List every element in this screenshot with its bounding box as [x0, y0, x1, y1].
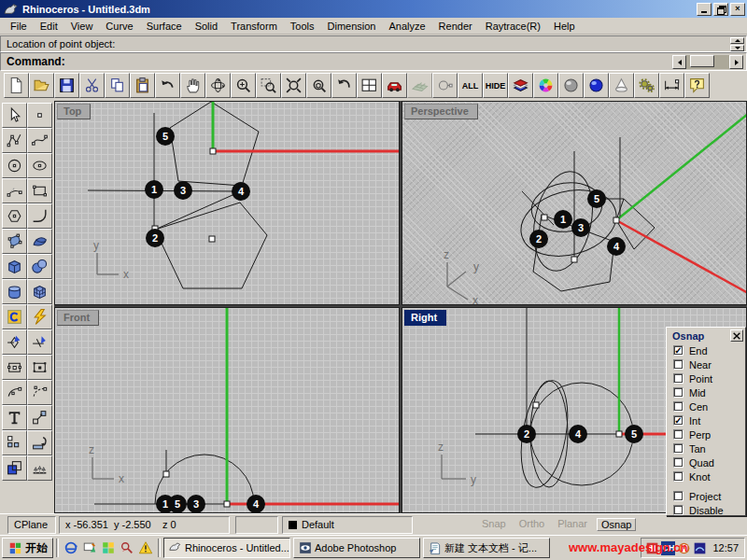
layers-button[interactable]: [2, 455, 27, 481]
viewport-canvas-front[interactable]: zx1534: [55, 308, 400, 513]
scroll-right-icon[interactable]: [729, 55, 743, 69]
task-button-rhino[interactable]: Rhinoceros - Untitled...: [163, 538, 290, 558]
shade-button[interactable]: [407, 73, 432, 98]
cplane-button[interactable]: CPlane: [7, 516, 56, 534]
checkbox-unchecked[interactable]: [673, 429, 684, 440]
scroll-left-icon[interactable]: [672, 55, 686, 69]
undo-view-button[interactable]: [331, 73, 357, 98]
zoom-window-button[interactable]: [256, 73, 281, 98]
rebuild-curve-button[interactable]: [2, 380, 27, 405]
viewport-label-right[interactable]: Right: [404, 310, 446, 326]
annotate-c-button[interactable]: [2, 304, 27, 329]
titlebar[interactable]: Rhinoceros - Untitled.3dm ×: [0, 0, 747, 18]
rotate-view-button[interactable]: [205, 73, 231, 98]
osnap-option-cen[interactable]: Cen: [667, 399, 745, 413]
numbered-points[interactable]: 51342: [145, 127, 250, 247]
scroll-up-icon[interactable]: [730, 37, 744, 44]
copy-button[interactable]: [105, 73, 130, 98]
start-button[interactable]: 开始: [2, 538, 53, 558]
fillet-corner-button[interactable]: [27, 203, 52, 229]
task-button-notepad[interactable]: 新建 文本文档 - 记...: [423, 538, 550, 558]
osnap-option-near[interactable]: Near: [667, 357, 745, 371]
osnap-option-quad[interactable]: Quad: [667, 455, 745, 469]
cut-button[interactable]: [79, 73, 105, 98]
menu-item-curve[interactable]: Curve: [99, 20, 139, 33]
help-button[interactable]: [684, 73, 710, 98]
polygon-button[interactable]: [2, 203, 27, 229]
layer-indicator[interactable]: Default: [282, 516, 413, 534]
gears-button[interactable]: [634, 73, 659, 98]
split-button[interactable]: [27, 329, 52, 355]
text-button[interactable]: [2, 405, 27, 430]
toggle-ortho[interactable]: Ortho: [515, 518, 549, 531]
menu-item-solid[interactable]: Solid: [189, 20, 224, 33]
point-button[interactable]: [27, 103, 52, 128]
checkbox-checked[interactable]: ✓: [673, 345, 684, 356]
rotate-button[interactable]: [27, 430, 52, 455]
save-file-button[interactable]: [54, 73, 79, 98]
gray-sphere-button[interactable]: [558, 73, 584, 98]
zoom-target-button[interactable]: [306, 73, 331, 98]
scroll-down-icon[interactable]: [730, 45, 744, 51]
osnap-option-knot[interactable]: Knot: [667, 469, 745, 483]
zoom-extents-button[interactable]: [281, 73, 306, 98]
osnap-option-tan[interactable]: Tan: [667, 441, 745, 455]
patch-surface-button[interactable]: [27, 229, 52, 254]
checkbox-unchecked[interactable]: [673, 457, 684, 468]
viewport-label-front[interactable]: Front: [57, 310, 99, 326]
viewport-front[interactable]: zx1534Front: [54, 307, 400, 513]
menu-item-transform[interactable]: Transform: [224, 20, 284, 33]
osnap-option-perp[interactable]: Perp: [667, 427, 745, 441]
menu-item-help[interactable]: Help: [547, 20, 582, 33]
command-scrollbar[interactable]: [672, 55, 743, 69]
render-car-button[interactable]: [382, 73, 407, 98]
menu-item-view[interactable]: View: [64, 20, 100, 33]
ie-icon[interactable]: [62, 539, 80, 557]
arc-button[interactable]: [2, 178, 27, 203]
program-grid-icon[interactable]: [99, 539, 118, 557]
ellipse-button[interactable]: [27, 153, 52, 178]
checkbox-unchecked[interactable]: [673, 401, 684, 412]
hide-button[interactable]: HIDE: [483, 73, 508, 98]
select-arrow-button[interactable]: [2, 103, 27, 128]
menu-item-file[interactable]: File: [4, 20, 34, 33]
osnap-option-int[interactable]: ✓Int: [667, 413, 745, 427]
move-button[interactable]: [27, 405, 52, 430]
toggle-planar[interactable]: Planar: [554, 518, 591, 531]
toggle-osnap[interactable]: Osnap: [597, 518, 636, 531]
refit-curve-button[interactable]: [27, 380, 52, 405]
mesh-box-button[interactable]: [27, 279, 52, 304]
restore-button[interactable]: [713, 3, 728, 16]
viewport-label-top[interactable]: Top: [57, 104, 91, 119]
task-button-photoshop[interactable]: Adobe Photoshop: [293, 538, 420, 558]
trim-button[interactable]: [2, 329, 27, 355]
viewport-canvas-perspective[interactable]: zyx51324: [402, 102, 747, 305]
close-button[interactable]: ×: [730, 3, 745, 16]
menu-item-analyze[interactable]: Analyze: [382, 20, 431, 33]
minimize-button[interactable]: [697, 3, 712, 16]
menu-item-tools[interactable]: Tools: [284, 20, 321, 33]
command-input[interactable]: Command:: [0, 52, 747, 71]
scrollbar-thumb[interactable]: [690, 55, 714, 67]
viewport-label-perspective[interactable]: Perspective: [404, 104, 478, 119]
render-preview-button[interactable]: [432, 73, 458, 98]
checkbox-unchecked[interactable]: [673, 387, 684, 398]
cone-button[interactable]: [609, 73, 634, 98]
show-all-button[interactable]: ALL: [458, 73, 483, 98]
osnap-option-point[interactable]: Point: [667, 371, 745, 385]
show-desktop-icon[interactable]: [80, 539, 99, 557]
zoom-dynamic-button[interactable]: [231, 73, 256, 98]
viewport-top[interactable]: yx51342Top: [54, 101, 400, 305]
find-icon[interactable]: [118, 539, 136, 557]
checkbox-unchecked[interactable]: [673, 471, 684, 482]
menu-item-raytracer[interactable]: Raytrace(R): [479, 20, 547, 33]
menu-item-dimension[interactable]: Dimension: [321, 20, 383, 33]
group-box-button[interactable]: [27, 355, 52, 380]
pan-hand-button[interactable]: [180, 73, 205, 98]
surface-points-button[interactable]: [2, 229, 27, 254]
new-file-button[interactable]: [4, 73, 29, 98]
history-scrollbar[interactable]: [730, 37, 744, 51]
explode-button[interactable]: [27, 304, 52, 329]
checkbox-unchecked[interactable]: [673, 373, 684, 384]
checkbox-unchecked[interactable]: [673, 505, 684, 515]
